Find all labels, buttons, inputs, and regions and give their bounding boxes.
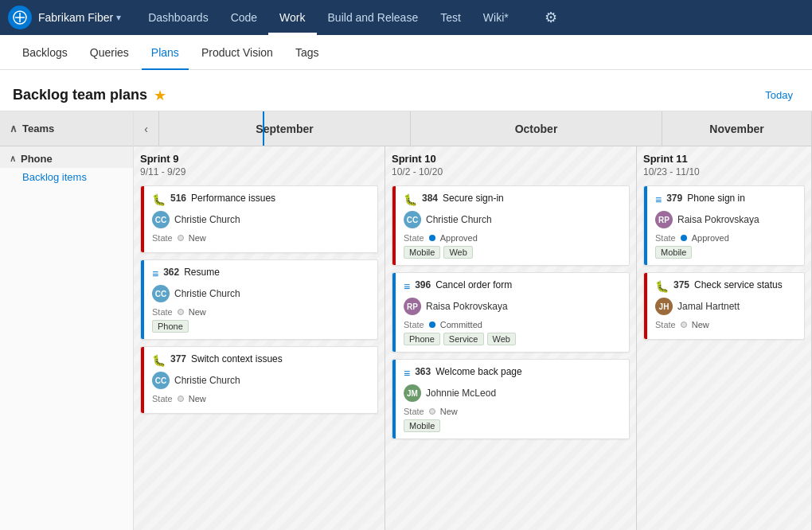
sprint-col-11: Sprint 11 10/23 - 11/10 ≡ 379 Phone sign… xyxy=(637,146,812,530)
org-chevron-icon[interactable]: ▾ xyxy=(116,12,121,23)
card-362-title: Resume xyxy=(184,267,371,278)
card-396[interactable]: ≡ 396 Cancel order form RP Raisa Pokrovs… xyxy=(392,272,630,353)
card-363[interactable]: ≡ 363 Welcome back page JM Johnnie McLeo… xyxy=(392,359,630,439)
sprint-col-9: Sprint 9 9/11 - 9/29 🐛 516 Performance i… xyxy=(134,146,385,530)
card-363-state: State New xyxy=(399,407,623,416)
card-362[interactable]: ≡ 362 Resume CC Christie Church State Ne… xyxy=(140,259,378,340)
card-396-title: Cancel order form xyxy=(435,279,623,290)
page-title: Backlog team plans xyxy=(13,87,147,103)
bug-icon: 🐛 xyxy=(152,193,166,206)
card-379-title: Phone sign in xyxy=(687,193,798,204)
card-384-tags: Mobile Web xyxy=(399,246,623,259)
sprint-9-dates: 9/11 - 9/29 xyxy=(140,166,378,177)
timeline-prev-button[interactable]: ‹ xyxy=(134,111,159,146)
card-516-person: CC Christie Church xyxy=(147,211,371,228)
card-379-person-name: Raisa Pokrovskaya xyxy=(677,214,759,225)
nav-test[interactable]: Test xyxy=(429,0,472,35)
card-379-header: ≡ 379 Phone sign in xyxy=(650,193,798,206)
task-icon-396: ≡ xyxy=(404,280,410,293)
page-header: Backlog team plans ★ Today xyxy=(0,70,812,111)
main-content: ∧ Teams ∧ Phone Backlog items ‹ Septembe… xyxy=(0,111,812,530)
state-value-363: New xyxy=(440,407,458,416)
card-375-title: Check service status xyxy=(694,279,798,290)
top-nav-links: Dashboards Code Work Build and Release T… xyxy=(137,0,520,35)
nav-dashboards[interactable]: Dashboards xyxy=(137,0,220,35)
sprint-col-10: Sprint 10 10/2 - 10/20 🐛 384 Secure sign… xyxy=(385,146,637,530)
timeline-months: September October November xyxy=(159,111,812,146)
card-362-id: 362 xyxy=(163,267,179,278)
tag-phone-396: Phone xyxy=(404,333,440,345)
card-362-person-name: Christie Church xyxy=(174,288,240,299)
card-384-person-name: Christie Church xyxy=(426,214,492,225)
state-label-363: State xyxy=(404,407,424,416)
sidebar-backlog-items[interactable]: Backlog items xyxy=(0,168,133,186)
tab-backlogs[interactable]: Backlogs xyxy=(13,35,77,70)
card-379[interactable]: ≡ 379 Phone sign in RP Raisa Pokrovskaya… xyxy=(643,185,805,266)
card-516-header: 🐛 516 Performance issues xyxy=(147,193,371,206)
sidebar-team-phone[interactable]: ∧ Phone xyxy=(0,146,133,168)
top-navigation: Fabrikam Fiber ▾ Dashboards Code Work Bu… xyxy=(0,0,812,35)
org-name[interactable]: Fabrikam Fiber xyxy=(38,11,113,24)
card-396-avatar: RP xyxy=(404,298,421,315)
gear-icon[interactable]: ⚙ xyxy=(545,9,557,26)
card-516-person-name: Christie Church xyxy=(174,214,240,225)
card-384-state: State Approved xyxy=(399,233,623,243)
month-november: November xyxy=(662,111,812,146)
nav-work[interactable]: Work xyxy=(268,0,316,35)
card-375-person: JH Jamal Hartnett xyxy=(650,298,798,315)
card-375[interactable]: 🐛 375 Check service status JH Jamal Hart… xyxy=(643,272,805,340)
card-375-person-name: Jamal Hartnett xyxy=(677,301,740,312)
sprint-11-name: Sprint 11 xyxy=(643,153,805,165)
card-379-person: RP Raisa Pokrovskaya xyxy=(650,211,798,228)
tab-queries[interactable]: Queries xyxy=(80,35,139,70)
card-396-person-name: Raisa Pokrovskaya xyxy=(426,301,508,312)
card-516[interactable]: 🐛 516 Performance issues CC Christie Chu… xyxy=(140,185,378,253)
bug-icon-377: 🐛 xyxy=(152,354,166,367)
card-377-person-name: Christie Church xyxy=(174,375,240,386)
state-dot-375 xyxy=(681,322,687,328)
tag-mobile-384: Mobile xyxy=(404,246,440,259)
card-363-tags: Mobile xyxy=(399,419,623,432)
tab-product-vision[interactable]: Product Vision xyxy=(192,35,283,70)
card-375-id: 375 xyxy=(673,279,689,290)
state-label-384: State xyxy=(404,233,424,243)
bug-icon-375: 🐛 xyxy=(655,280,669,293)
task-icon-363: ≡ xyxy=(404,367,410,380)
card-384-avatar: CC xyxy=(404,211,421,228)
bug-icon-384: 🐛 xyxy=(404,193,417,206)
sprint-10-name: Sprint 10 xyxy=(392,153,630,165)
tab-plans[interactable]: Plans xyxy=(142,35,189,70)
app-logo[interactable] xyxy=(8,6,32,29)
card-384-person: CC Christie Church xyxy=(399,211,623,228)
card-375-state: State New xyxy=(650,320,798,329)
card-516-avatar: CC xyxy=(152,211,170,228)
state-dot-377 xyxy=(178,396,184,402)
state-value-396: Committed xyxy=(440,320,482,329)
card-362-state: State New xyxy=(147,307,371,317)
card-516-id: 516 xyxy=(170,193,186,204)
state-value-384: Approved xyxy=(440,233,478,243)
state-label-375: State xyxy=(655,320,676,329)
nav-wiki[interactable]: Wiki* xyxy=(472,0,520,35)
state-value-516: New xyxy=(189,233,206,243)
card-396-person: RP Raisa Pokrovskaya xyxy=(399,298,623,315)
team-name: Phone xyxy=(21,153,53,165)
state-label-516: State xyxy=(152,233,173,243)
sprint-9-name: Sprint 9 xyxy=(140,153,378,165)
tab-tags[interactable]: Tags xyxy=(286,35,329,70)
card-384[interactable]: 🐛 384 Secure sign-in CC Christie Church … xyxy=(392,185,630,266)
today-button[interactable]: Today xyxy=(759,86,799,104)
favorite-star-icon[interactable]: ★ xyxy=(154,87,166,104)
card-377-person: CC Christie Church xyxy=(147,372,371,389)
state-value-377: New xyxy=(189,394,206,403)
card-363-id: 363 xyxy=(415,366,431,377)
sidebar-collapse-icon[interactable]: ∧ xyxy=(10,123,18,134)
card-396-tags: Phone Service Web xyxy=(399,333,623,345)
tag-phone-362: Phone xyxy=(152,320,189,333)
nav-code[interactable]: Code xyxy=(220,0,268,35)
nav-build-release[interactable]: Build and Release xyxy=(317,0,430,35)
tag-web-396: Web xyxy=(487,333,516,345)
card-377[interactable]: 🐛 377 Switch context issues CC Christie … xyxy=(140,346,378,414)
card-516-title: Performance issues xyxy=(191,193,371,204)
state-label-377: State xyxy=(152,394,173,403)
